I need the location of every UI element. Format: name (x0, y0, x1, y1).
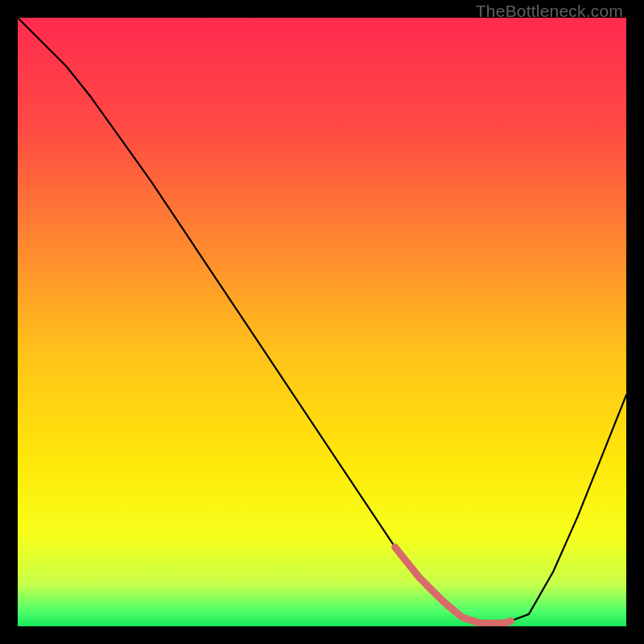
watermark-text: TheBottleneck.com (476, 2, 623, 21)
gradient-background (18, 18, 626, 626)
chart-frame (18, 18, 626, 626)
chart-svg (18, 18, 626, 626)
